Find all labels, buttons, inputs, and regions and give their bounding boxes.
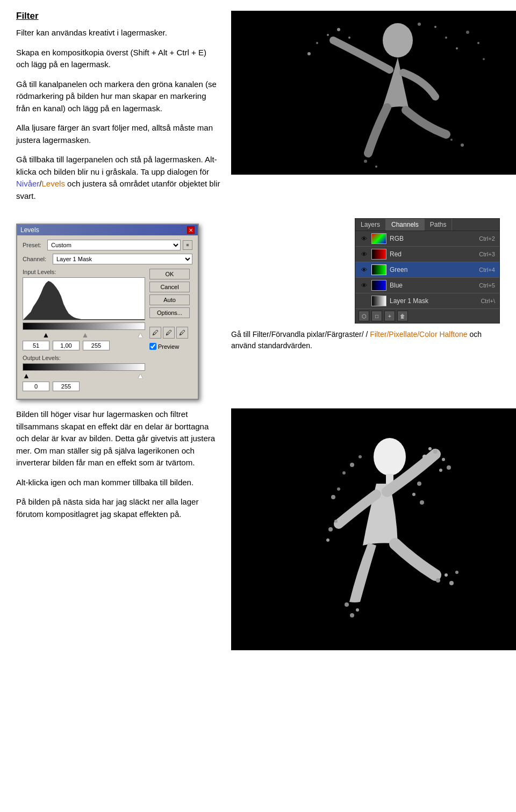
- svg-point-5: [348, 37, 350, 39]
- channel-row-rgb[interactable]: 👁 RGB Ctrl+2: [355, 231, 499, 247]
- new-channel-icon[interactable]: +: [384, 311, 395, 321]
- input-sliders: ▲ ▲ ▲: [23, 331, 145, 339]
- tab-channels[interactable]: Channels: [386, 219, 425, 231]
- channel-row-red[interactable]: 👁 Red Ctrl+3: [355, 247, 499, 262]
- eye-icon-mask: 👁: [360, 297, 368, 305]
- svg-point-9: [466, 31, 469, 34]
- svg-point-15: [375, 166, 377, 168]
- white-eyedropper[interactable]: 🖊: [176, 327, 188, 339]
- output-values: [23, 382, 145, 391]
- levels-body: Preset: Custom ≡ Channel: Layer 1 Mask: [17, 235, 198, 399]
- preset-select[interactable]: Custom: [47, 240, 181, 250]
- channel-shortcut-green: Ctrl+4: [479, 267, 495, 273]
- channel-thumb-rgb: [371, 233, 386, 244]
- options-button[interactable]: Options...: [149, 307, 190, 318]
- auto-button[interactable]: Auto: [149, 294, 190, 305]
- svg-point-3: [337, 28, 340, 31]
- channel-select[interactable]: Layer 1 Mask: [53, 254, 192, 264]
- input-gamma[interactable]: [53, 341, 80, 350]
- svg-point-17: [461, 143, 464, 147]
- svg-point-42: [417, 482, 421, 486]
- input-black-point[interactable]: [23, 341, 49, 350]
- paragraph-5: Gå tillbaka till lagerpanelen och stå på…: [16, 154, 220, 202]
- cancel-button[interactable]: Cancel: [149, 282, 190, 292]
- input-levels-label: Input Levels:: [23, 269, 145, 275]
- levels-options-icon[interactable]: ≡: [183, 240, 192, 250]
- levels-histogram: [23, 277, 145, 320]
- svg-point-35: [436, 578, 440, 583]
- black-slider[interactable]: ▲: [42, 331, 49, 339]
- channel-label-red: Red: [390, 250, 476, 258]
- levels-link-english[interactable]: Levels: [42, 179, 65, 188]
- levels-close-button[interactable]: ✕: [187, 226, 195, 234]
- svg-point-10: [477, 42, 479, 44]
- text-left: Filter Filter kan användas kreativt i la…: [16, 11, 220, 210]
- svg-point-21: [374, 438, 406, 476]
- svg-point-38: [455, 571, 458, 574]
- preview-checkbox[interactable]: [149, 343, 156, 350]
- svg-point-34: [350, 613, 354, 617]
- channel-row-mask[interactable]: 👁 Layer 1 Mask Ctrl+\: [355, 293, 499, 309]
- output-black-slider[interactable]: ▲: [23, 372, 30, 379]
- output-white-point[interactable]: [53, 382, 80, 391]
- paragraph-1: Filter kan användas kreativt i lagermask…: [16, 27, 220, 39]
- panel-tabs: Layers Channels Paths: [355, 219, 499, 231]
- input-gradient: [23, 322, 145, 330]
- output-white-slider[interactable]: ▲: [137, 372, 144, 379]
- svg-point-27: [428, 447, 432, 450]
- mid-slider[interactable]: ▲: [81, 331, 89, 339]
- svg-point-29: [334, 520, 338, 523]
- input-values: [23, 341, 145, 350]
- gray-eyedropper[interactable]: 🖊: [163, 327, 175, 339]
- svg-point-26: [439, 469, 442, 472]
- channel-shortcut-rgb: Ctrl+2: [479, 235, 495, 242]
- mid-section: Levels ✕ Preset: Custom ≡ Channel:: [16, 218, 500, 400]
- channel-thumb-red: [371, 249, 386, 260]
- svg-point-31: [326, 538, 329, 542]
- levels-buttons: OK Cancel Auto Options... 🖊 🖊 🖊: [149, 269, 192, 394]
- channel-row-green[interactable]: 👁 Green Ctrl+4: [355, 262, 499, 278]
- delete-channel-icon[interactable]: 🗑: [397, 311, 408, 321]
- save-selection-icon[interactable]: □: [371, 311, 382, 321]
- input-white-point[interactable]: [83, 341, 110, 350]
- channel-label: Channel:: [23, 256, 51, 262]
- svg-point-6: [307, 52, 311, 55]
- preview-row: Preview: [149, 343, 192, 350]
- channel-thumb-blue: [371, 280, 386, 291]
- channel-row-blue[interactable]: 👁 Blue Ctrl+5: [355, 278, 499, 293]
- marching-ants-icon[interactable]: ⬡: [359, 311, 369, 321]
- svg-point-33: [356, 608, 359, 612]
- svg-point-28: [422, 455, 427, 459]
- svg-point-45: [337, 487, 340, 491]
- svg-point-43: [412, 493, 415, 496]
- svg-point-8: [456, 47, 458, 49]
- dancer-image-top: [231, 11, 516, 210]
- channel-label-green: Green: [390, 266, 476, 274]
- paragraph-8: Alt-klicka igen och man kommer tillbaka …: [16, 477, 220, 489]
- svg-point-39: [359, 455, 362, 458]
- eye-icon-red: 👁: [360, 250, 368, 258]
- white-slider[interactable]: ▲: [137, 331, 144, 339]
- ok-button[interactable]: OK: [149, 269, 190, 279]
- output-gradient: [23, 363, 145, 371]
- svg-point-36: [445, 573, 448, 577]
- svg-point-14: [364, 160, 367, 163]
- dancer-halftone-svg: [231, 408, 516, 650]
- page: Filter Filter kan användas kreativt i la…: [0, 0, 516, 670]
- svg-point-23: [433, 449, 438, 454]
- black-eyedropper[interactable]: 🖊: [149, 327, 161, 339]
- tab-paths[interactable]: Paths: [425, 219, 453, 231]
- paragraph-9: På bilden på nästa sida har jag släckt n…: [16, 496, 220, 520]
- eyedropper-row: 🖊 🖊 🖊: [149, 327, 192, 339]
- filter-link[interactable]: Filter/Pixellate/Color Halftone: [370, 330, 467, 339]
- channel-shortcut-blue: Ctrl+5: [479, 282, 495, 289]
- channel-label-rgb: RGB: [390, 235, 476, 242]
- tab-layers[interactable]: Layers: [355, 219, 386, 231]
- levels-dialog: Levels ✕ Preset: Custom ≡ Channel:: [16, 224, 199, 400]
- panel-bottom-bar: ⬡ □ + 🗑: [355, 309, 499, 323]
- levels-link-swedish[interactable]: Nivåer: [16, 179, 39, 188]
- output-black-point[interactable]: [23, 382, 49, 391]
- svg-point-4: [316, 42, 318, 44]
- dancer-image-bottom: [231, 408, 516, 650]
- output-levels-label: Output Levels:: [23, 355, 145, 361]
